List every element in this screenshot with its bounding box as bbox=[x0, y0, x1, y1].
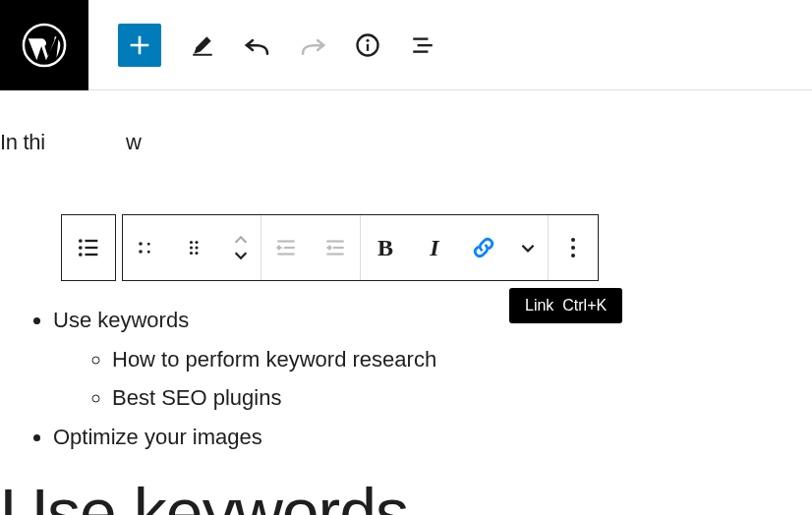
paragraph-fragment-mid: w bbox=[126, 130, 142, 155]
svg-point-2 bbox=[366, 38, 369, 41]
svg-rect-27 bbox=[333, 247, 344, 249]
svg-rect-28 bbox=[326, 253, 343, 255]
svg-rect-25 bbox=[277, 253, 294, 255]
unordered-list-button[interactable] bbox=[123, 215, 172, 280]
svg-rect-8 bbox=[86, 240, 98, 242]
svg-rect-23 bbox=[277, 240, 294, 242]
svg-point-7 bbox=[79, 239, 83, 243]
outdent-button[interactable] bbox=[261, 215, 311, 280]
svg-point-14 bbox=[139, 250, 143, 254]
svg-point-22 bbox=[195, 252, 198, 255]
add-block-button[interactable] bbox=[118, 24, 161, 67]
block-toolbar: B I bbox=[61, 214, 599, 281]
edit-mode-button[interactable] bbox=[179, 22, 226, 69]
editor-topbar bbox=[0, 0, 812, 90]
list-item: Use keywords bbox=[53, 308, 189, 332]
bold-button[interactable]: B bbox=[361, 215, 410, 280]
list-item: Best SEO plugins bbox=[112, 385, 281, 410]
list-item: Optimize your images bbox=[53, 425, 262, 449]
link-button[interactable] bbox=[459, 215, 508, 280]
ordered-list-button[interactable] bbox=[172, 215, 221, 280]
list-block[interactable]: Use keywords How to perform keyword rese… bbox=[0, 301, 436, 456]
svg-point-11 bbox=[79, 253, 83, 257]
italic-button[interactable]: I bbox=[410, 215, 459, 280]
svg-point-19 bbox=[190, 246, 193, 249]
editor-content: In thi w bbox=[0, 90, 812, 122]
svg-rect-5 bbox=[418, 43, 433, 45]
svg-rect-24 bbox=[284, 247, 295, 249]
svg-point-13 bbox=[139, 242, 143, 246]
outline-button[interactable] bbox=[399, 22, 446, 69]
info-button[interactable] bbox=[344, 22, 391, 69]
svg-rect-16 bbox=[147, 251, 150, 254]
svg-point-18 bbox=[195, 241, 198, 244]
svg-rect-4 bbox=[413, 37, 428, 39]
redo-button[interactable] bbox=[289, 22, 336, 69]
wordpress-logo[interactable] bbox=[0, 0, 88, 90]
list-block-icon[interactable] bbox=[62, 215, 115, 280]
svg-point-9 bbox=[79, 246, 83, 250]
indent-button[interactable] bbox=[311, 215, 360, 280]
more-options-button[interactable] bbox=[549, 215, 598, 280]
move-up-down-button[interactable] bbox=[221, 215, 261, 280]
svg-point-31 bbox=[571, 254, 575, 258]
svg-point-21 bbox=[190, 252, 193, 255]
svg-rect-6 bbox=[413, 50, 428, 52]
block-type-group bbox=[61, 214, 116, 281]
svg-rect-15 bbox=[147, 243, 150, 246]
undo-button[interactable] bbox=[234, 22, 281, 69]
svg-rect-3 bbox=[367, 43, 369, 50]
link-tooltip: Link Ctrl+K bbox=[509, 288, 622, 323]
more-formatting-dropdown[interactable] bbox=[508, 215, 548, 280]
main-toolbar-group: B I bbox=[122, 214, 599, 281]
svg-point-30 bbox=[571, 246, 575, 250]
svg-rect-12 bbox=[86, 254, 98, 256]
svg-point-20 bbox=[195, 246, 198, 249]
svg-rect-26 bbox=[326, 240, 343, 242]
svg-point-17 bbox=[190, 241, 193, 244]
list-item: How to perform keyword research bbox=[112, 347, 436, 372]
paragraph-fragment-left: In thi bbox=[0, 130, 45, 155]
top-actions bbox=[88, 22, 454, 69]
heading-block[interactable]: Use keywords bbox=[0, 474, 408, 515]
svg-point-29 bbox=[571, 238, 575, 242]
svg-rect-10 bbox=[86, 247, 98, 249]
